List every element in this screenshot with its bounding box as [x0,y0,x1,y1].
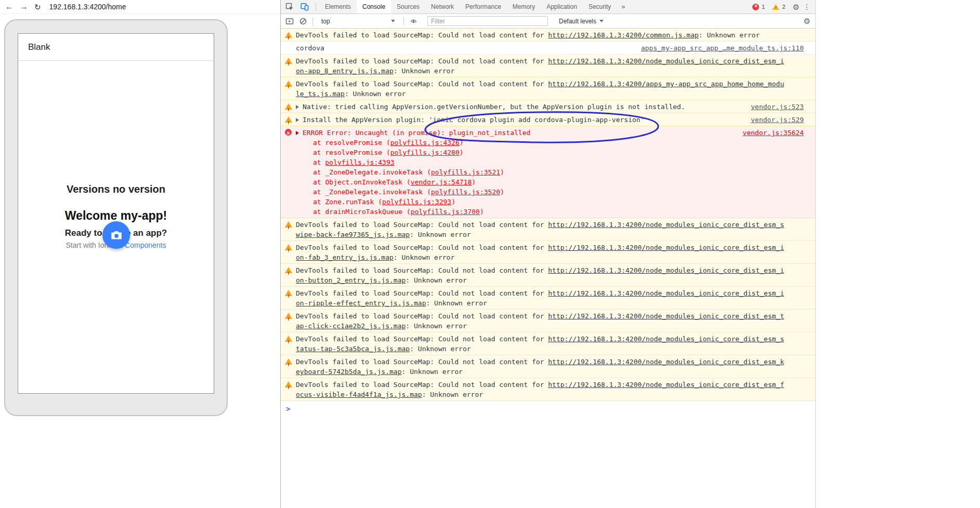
sourcemap-url-link[interactable]: http://192.168.1.3:4200/common.js.map [548,31,699,39]
source-location-link[interactable]: vendor.js:529 [751,115,804,125]
console-message: DevTools failed to load SourceMap: Could… [281,264,815,287]
console-prompt-row[interactable]: > [281,401,815,413]
tab-security[interactable]: Security [583,0,617,14]
expand-caret-icon[interactable] [296,105,299,109]
divider [403,17,404,25]
console-settings-gear-icon[interactable]: ⚙ [804,17,811,25]
message-text: Install the AppVersion plugin: 'ionic co… [296,115,786,125]
warning-icon [285,116,292,123]
message-text: DevTools failed to load SourceMap: Could… [296,357,786,377]
error-icon [285,129,292,136]
context-selector[interactable]: top [319,16,398,27]
message-text: DevTools failed to load SourceMap: Could… [296,265,786,285]
message-text: DevTools failed to load SourceMap: Could… [296,220,786,239]
warning-icon [285,358,292,365]
tab-network[interactable]: Network [425,0,460,14]
tab-elements[interactable]: Elements [319,0,357,14]
stack-frame: at resolvePromise (polyfills.js:4326) [296,138,786,148]
stack-source-link[interactable]: vendor.js:54718 [411,178,472,186]
message-prefix: DevTools failed to load SourceMap: Could… [296,221,548,229]
message-suffix: : Unknown error [402,368,463,376]
stack-text: ) [451,198,455,206]
stack-text: at drainMicroTaskQueue ( [313,208,411,216]
stack-text: at resolvePromise ( [313,149,390,156]
stack-frame: at drainMicroTaskQueue (polyfills.js:370… [296,207,786,217]
devtools-menu-icon[interactable]: ⋮ [802,3,812,11]
console-message: DevTools failed to load SourceMap: Could… [281,55,815,77]
back-icon[interactable]: ← [5,3,14,11]
stack-text: ) [460,139,464,146]
stack-source-link[interactable]: polyfills.js:4280 [390,149,460,156]
forward-icon[interactable]: → [20,3,28,11]
warning-icon [285,313,292,319]
console-messages: DevTools failed to load SourceMap: Could… [281,29,815,401]
app-version-text: Versions no version [18,183,214,195]
tab-application[interactable]: Application [541,0,583,14]
message-prefix: DevTools failed to load SourceMap: Could… [296,312,548,320]
message-body-text: Native: tried calling AppVersion.getVers… [303,103,685,111]
stack-source-link[interactable]: polyfills.js:3700 [411,208,480,216]
expand-caret-icon[interactable] [296,131,299,135]
live-expression-eye-icon[interactable] [410,18,417,24]
settings-gear-icon[interactable]: ⚙ [793,3,800,11]
warning-icon [285,336,292,342]
reload-icon[interactable]: ↻ [34,3,41,11]
message-body-text: ERROR Error: Uncaught (in promise): plug… [303,129,530,137]
warning-icon [285,221,292,228]
camera-fab-button[interactable] [102,221,130,249]
warning-icon [285,381,292,387]
console-message: DevTools failed to load SourceMap: Could… [281,355,815,378]
browser-left-pane: ← → ↻ 192.168.1.3:4200/home Blank Versio… [0,0,280,508]
error-count: 1 [762,4,765,10]
message-text: DevTools failed to load SourceMap: Could… [296,243,786,262]
message-text: DevTools failed to load SourceMap: Could… [296,79,786,99]
stack-source-link[interactable]: polyfills.js:4326 [390,139,460,146]
stack-source-link[interactable]: polyfills.js:3293 [382,198,451,206]
message-text: DevTools failed to load SourceMap: Could… [296,30,786,40]
chevron-down-icon [599,20,604,22]
log-levels-dropdown[interactable]: Default levels [559,18,604,25]
source-location-link[interactable]: vendor.js:523 [751,102,804,112]
message-prefix: DevTools failed to load SourceMap: Could… [296,335,548,343]
tab-performance[interactable]: Performance [460,0,507,14]
inspect-element-icon[interactable] [285,3,294,11]
address-bar[interactable]: 192.168.1.3:4200/home [49,3,126,11]
message-prefix: DevTools failed to load SourceMap: Could… [296,57,548,65]
expand-caret-icon[interactable] [296,118,299,122]
warning-count-icon[interactable] [772,4,779,10]
more-tabs-icon[interactable]: » [617,0,630,14]
message-suffix: : Unknown error [394,253,454,261]
stack-text: ) [472,178,476,186]
device-toolbar-icon[interactable] [300,3,309,11]
stack-source-link[interactable]: polyfills.js:3520 [431,188,500,196]
message-text: DevTools failed to load SourceMap: Could… [296,380,786,399]
console-filter-input[interactable] [427,16,548,26]
clear-console-icon[interactable] [299,18,307,25]
devtools-tabbar: ElementsConsoleSourcesNetworkPerformance… [281,0,815,14]
message-body-text: cordova [296,44,324,52]
tab-console[interactable]: Console [357,0,391,14]
error-count-icon[interactable] [752,4,759,10]
stack-source-link[interactable]: polyfills.js:3521 [431,168,500,176]
message-prefix: DevTools failed to load SourceMap: Could… [296,266,548,274]
message-suffix: : Unknown error [406,276,466,284]
tab-sources[interactable]: Sources [391,0,425,14]
message-suffix: : Unknown error [406,322,466,330]
warning-icon [285,81,292,87]
tab-memory[interactable]: Memory [507,0,541,14]
browser-toolbar: ← → ↻ 192.168.1.3:4200/home [0,0,280,14]
console-sidebar-icon[interactable] [285,18,294,25]
stack-text: ) [480,208,484,216]
stack-source-link[interactable]: polyfills.js:4393 [325,158,394,166]
console-message: DevTools failed to load SourceMap: Could… [281,310,815,332]
source-location-link[interactable]: apps_my-app_src_app_…me_module_ts.js:110 [641,43,804,53]
console-message: ERROR Error: Uncaught (in promise): plug… [281,126,815,218]
warning-icon [285,244,292,250]
chevron-down-icon [391,20,395,22]
app-header: Blank [18,34,214,61]
stack-text: ) [500,188,504,196]
devtools-left-icons [281,0,319,14]
source-location-link[interactable]: vendor.js:35624 [743,128,804,138]
message-suffix: : Unknown error [345,90,406,98]
stack-text: ) [460,149,464,156]
